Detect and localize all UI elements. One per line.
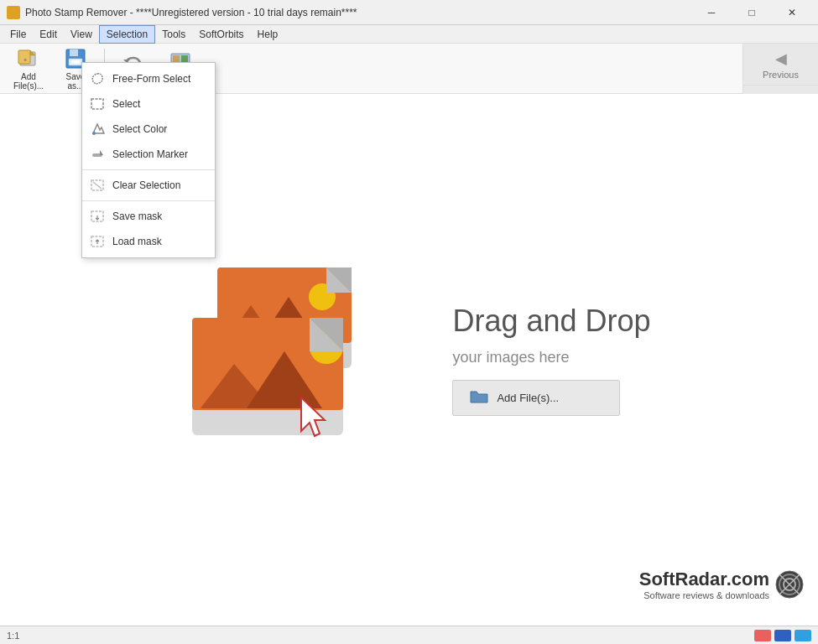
svg-rect-10 (173, 55, 180, 62)
status-icon-twitter (795, 630, 811, 641)
minimize-button[interactable]: ─ (692, 0, 731, 25)
dnd-subtitle: your images here (452, 349, 650, 366)
svg-rect-5 (70, 49, 78, 56)
menu-tools[interactable]: Tools (155, 25, 192, 44)
illustration (167, 242, 402, 477)
title-text: Photo Stamp Remover - ****Unregistered v… (25, 7, 692, 18)
svg-text:+: + (23, 57, 27, 63)
select-color-label: Select Color (112, 123, 167, 135)
menu-item-save-mask[interactable]: Save mask (82, 204, 215, 229)
menu-bar: File Edit View Selection Tools SoftOrbit… (0, 25, 818, 44)
status-icon-fb (774, 630, 791, 641)
menu-softorbits[interactable]: SoftOrbits (192, 25, 250, 44)
restore-button[interactable]: □ (732, 0, 771, 25)
menu-item-load-mask[interactable]: Load mask (82, 229, 215, 254)
separator-2 (82, 200, 215, 201)
menu-item-selection-marker[interactable]: Selection Marker (82, 142, 215, 167)
watermark: SoftRadar.com Software reviews & downloa… (639, 569, 805, 600)
menu-selection[interactable]: Selection (99, 25, 155, 44)
menu-item-select-color[interactable]: Select Color (82, 117, 215, 142)
selection-marker-label: Selection Marker (112, 148, 188, 160)
lasso-icon (89, 70, 106, 87)
svg-rect-14 (91, 99, 103, 109)
dnd-container: Drag and Drop your images here Add File(… (167, 242, 650, 477)
separator-1 (82, 169, 215, 170)
rect-select-icon (89, 96, 106, 112)
illustration-svg (167, 242, 402, 477)
dnd-title: Drag and Drop (452, 304, 650, 339)
clear-selection-icon (89, 177, 106, 194)
svg-line-18 (93, 182, 102, 189)
save-mask-icon (89, 208, 106, 225)
load-mask-icon (89, 233, 106, 250)
zoom-level: 1:1 (7, 631, 19, 641)
menu-item-select[interactable]: Select (82, 91, 215, 117)
clear-selection-label: Clear Selection (112, 179, 180, 191)
svg-point-15 (92, 132, 96, 135)
color-select-icon (89, 121, 106, 138)
load-mask-label: Load mask (112, 236, 162, 247)
status-bar: 1:1 (0, 626, 818, 644)
menu-file[interactable]: File (3, 25, 33, 44)
window-controls: ─ □ ✕ (692, 0, 811, 25)
save-mask-label: Save mask (112, 210, 162, 222)
svg-rect-11 (181, 55, 188, 62)
add-files-main-label: Add File(s)... (497, 392, 559, 404)
add-files-button[interactable]: + AddFile(s)... (7, 47, 50, 91)
add-files-label: AddFile(s)... (13, 72, 44, 91)
select-label: Select (112, 98, 140, 110)
softorbits-icon (774, 569, 805, 600)
add-files-icon: + (17, 47, 40, 70)
menu-item-clear-selection[interactable]: Clear Selection (82, 173, 215, 198)
dnd-text: Drag and Drop your images here Add File(… (452, 304, 650, 416)
title-bar: Photo Stamp Remover - ****Unregistered v… (0, 0, 818, 25)
menu-edit[interactable]: Edit (33, 25, 64, 44)
add-files-folder-icon (470, 389, 488, 407)
status-icon-youtube (754, 630, 771, 641)
add-files-main-button[interactable]: Add File(s)... (452, 380, 620, 416)
svg-rect-7 (71, 60, 80, 64)
marker-icon (89, 146, 106, 163)
watermark-title: SoftRadar.com (639, 569, 769, 590)
menu-help[interactable]: Help (251, 25, 285, 44)
app-icon (7, 6, 20, 19)
selection-dropdown: Free-Form Select Select Select Color Sel… (81, 62, 216, 258)
menu-item-free-form[interactable]: Free-Form Select (82, 66, 215, 91)
previous-button[interactable]: ◀ Previous (743, 44, 818, 86)
prev-arrow-icon: ◀ (775, 49, 787, 68)
free-form-label: Free-Form Select (112, 73, 190, 85)
status-right (754, 630, 811, 641)
close-button[interactable]: ✕ (773, 0, 811, 25)
previous-label: Previous (763, 70, 799, 80)
menu-view[interactable]: View (64, 25, 99, 44)
watermark-subtitle: Software reviews & downloads (639, 590, 769, 600)
